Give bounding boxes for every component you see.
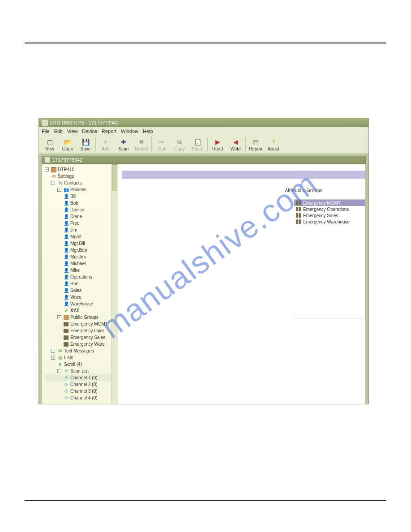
tree-pane: −DTR410 ⚙Settings −⧉Contacts −👥Privates …: [42, 164, 118, 404]
tree-group[interactable]: Emergency Ware: [45, 341, 117, 348]
radio-icon: [64, 322, 69, 327]
tree-label: Contacts: [64, 180, 81, 186]
tree-label: Ron: [70, 280, 78, 287]
tree-lists[interactable]: −▤Lists: [45, 354, 117, 361]
tree-contact[interactable]: 👤Ron: [45, 280, 117, 287]
tree-contact[interactable]: 👤Jim: [45, 227, 117, 233]
collapse-icon[interactable]: −: [51, 181, 55, 185]
tree-contact[interactable]: 👤Mike: [45, 267, 117, 274]
screenshot-container: DTR RMS CPS - 17179773942 File Edit View…: [39, 118, 369, 404]
collapse-icon[interactable]: −: [57, 315, 61, 319]
about-button[interactable]: ?About: [265, 136, 283, 153]
paste-button[interactable]: 📋Paste: [188, 136, 206, 153]
list-item[interactable]: Emergency Operations: [294, 206, 365, 212]
tree-label: Scroll (4): [64, 361, 82, 368]
tree-contact[interactable]: 👤Diane: [45, 213, 117, 220]
collapse-icon[interactable]: −: [45, 167, 49, 172]
tree-contact[interactable]: 👤Mgr.Bill: [45, 240, 117, 247]
menu-window[interactable]: Window: [121, 129, 138, 134]
open-icon: 📂: [64, 138, 72, 146]
menu-edit[interactable]: Edit: [54, 129, 63, 134]
person-icon: 👤: [64, 301, 69, 307]
save-label: Save: [81, 146, 91, 151]
tree-contacts[interactable]: −⧉Contacts: [45, 180, 117, 186]
menu-device[interactable]: Device: [82, 129, 97, 134]
settings-icon: ⚙: [51, 174, 56, 179]
toolbar-separator: [95, 137, 96, 152]
tree-contact[interactable]: 👤Bill: [45, 193, 117, 200]
person-icon: 👤: [64, 281, 69, 287]
menu-view[interactable]: View: [67, 129, 78, 134]
cut-button[interactable]: ✂Cut: [153, 136, 171, 153]
window-title: DTR RMS CPS - 17179773942: [50, 120, 119, 125]
expand-icon[interactable]: +: [51, 349, 55, 353]
save-button[interactable]: 💾Save: [77, 136, 94, 153]
tree-root[interactable]: −DTR410: [45, 166, 117, 173]
collapse-icon[interactable]: −: [57, 369, 61, 373]
scrollbar[interactable]: [111, 164, 118, 404]
tree-contact[interactable]: 👤Bob: [45, 200, 117, 206]
person-icon: 👤: [64, 241, 69, 246]
toolbar: ▢New 📂Open 💾Save ＋Add ✚Scan ✖Delete ✂Cut…: [39, 135, 368, 154]
tree-contact[interactable]: 👤Michael: [45, 260, 117, 267]
tree-privates[interactable]: −👥Privates: [45, 186, 117, 193]
menu-file[interactable]: File: [42, 129, 50, 134]
delete-button[interactable]: ✖Delete: [133, 136, 150, 153]
tree-contact[interactable]: 👤Operations: [45, 274, 117, 280]
copy-button[interactable]: ⧉Copy: [171, 136, 188, 153]
tree-group[interactable]: Emergency Oper: [45, 327, 117, 334]
report-icon: ▤: [252, 138, 260, 146]
report-button[interactable]: ▤Report: [247, 136, 265, 153]
tree-channel[interactable]: ⟳Channel 3 (0): [45, 388, 117, 395]
radio-icon: [296, 213, 301, 218]
app-icon: [42, 120, 48, 126]
tree-label: Operations: [70, 274, 92, 280]
list-item[interactable]: Emergency Sales: [294, 212, 365, 219]
groups-listbox[interactable]: Emergency MGMT Emergency Operations Emer…: [294, 199, 365, 318]
tree-scan-list[interactable]: −⟳Scan List: [45, 368, 117, 374]
tree-contact[interactable]: 👤Fred: [45, 220, 117, 227]
tree-label: Privates: [70, 186, 86, 193]
new-button[interactable]: ▢New: [41, 136, 59, 153]
tree-text-messages[interactable]: +✉Text Messages: [45, 348, 117, 354]
tree-contact[interactable]: 👤Denise: [45, 206, 117, 213]
tree-public-groups[interactable]: −Public Groups: [45, 314, 117, 321]
tree-contact[interactable]: 👤Vince: [45, 294, 117, 300]
tree-channel[interactable]: ⟳Channel 1 (0): [45, 374, 117, 381]
tree-label: Channel 1 (0): [70, 374, 98, 381]
tree-group[interactable]: Emergency MGMT: [45, 321, 117, 327]
collapse-icon[interactable]: −: [51, 356, 55, 360]
tree-settings[interactable]: ⚙Settings: [45, 173, 117, 180]
tree-contact[interactable]: 👤Sales: [45, 287, 117, 294]
tree-scroll[interactable]: ⇅Scroll (4): [45, 361, 117, 368]
window-titlebar: DTR RMS CPS - 17179773942: [39, 118, 368, 127]
list-label: Emergency MGMT: [303, 201, 341, 206]
tree-view[interactable]: −DTR410 ⚙Settings −⧉Contacts −👥Privates …: [42, 164, 118, 403]
lists-icon: ▤: [57, 355, 63, 360]
list-item[interactable]: Emergency MGMT: [294, 200, 365, 206]
save-icon: 💾: [81, 138, 90, 146]
scroll-thumb[interactable]: [112, 164, 117, 191]
tree-label: Sales: [70, 287, 81, 294]
tree-xyz[interactable]: ✓XYZ: [45, 307, 117, 314]
tree-contact[interactable]: 👤Mgr.Jim: [45, 253, 117, 260]
add-button[interactable]: ＋Add: [97, 136, 115, 153]
tree-group[interactable]: Emergency Sales: [45, 334, 117, 341]
tree-channel[interactable]: ⟳Channel 4 (0): [45, 395, 117, 401]
scan-button[interactable]: ✚Scan: [115, 136, 133, 153]
read-button[interactable]: ▶Read: [209, 136, 227, 153]
tree-channel[interactable]: ⟳Channel 2 (0): [45, 381, 117, 388]
check-icon: ✓: [64, 308, 69, 313]
open-button[interactable]: 📂Open: [59, 136, 77, 153]
collapse-icon[interactable]: −: [57, 188, 61, 192]
menu-report[interactable]: Report: [102, 129, 116, 134]
tree-contact[interactable]: 👤Mgmt: [45, 233, 117, 240]
list-item[interactable]: Emergency Warehouse: [294, 219, 365, 225]
write-button[interactable]: ◀Write: [227, 136, 244, 153]
tree-contact[interactable]: 👤Mgr.Bob: [45, 247, 117, 253]
tree-label: Diane: [70, 213, 82, 220]
menu-help[interactable]: Help: [143, 129, 153, 134]
person-icon: 👤: [64, 295, 69, 300]
tree-contact[interactable]: 👤Warehouse: [45, 300, 117, 307]
person-icon: 👤: [64, 221, 69, 226]
